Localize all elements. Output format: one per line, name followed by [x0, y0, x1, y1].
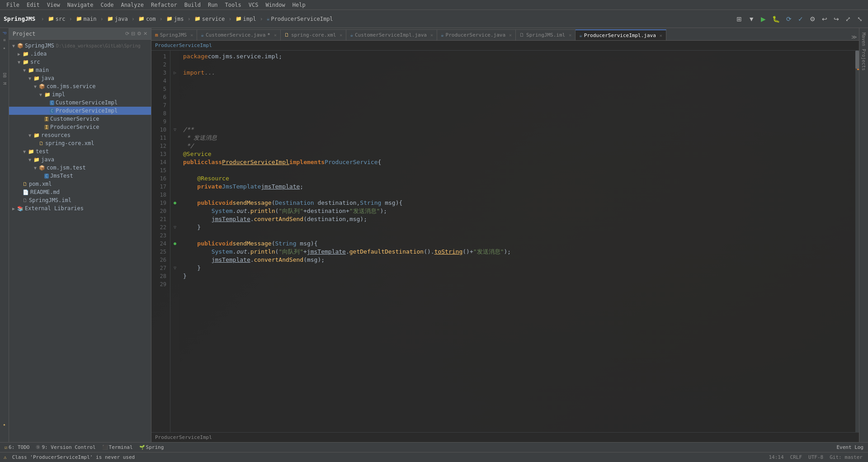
tree-item-src[interactable]: ▼ 📁 src: [9, 58, 151, 66]
menu-view[interactable]: View: [44, 1, 63, 9]
tree-item-resources[interactable]: ▼ 📁 resources: [9, 131, 151, 139]
tab-close-producerserviceimpl[interactable]: ✕: [660, 33, 662, 38]
toolbar-vcs-commit-btn[interactable]: ✓: [796, 14, 805, 24]
todo-button[interactable]: ☑ 6: TODO: [2, 443, 32, 451]
editor-scrollbar[interactable]: [855, 51, 859, 432]
breadcrumb-java[interactable]: 📁java: [107, 16, 128, 22]
breadcrumb-main[interactable]: 📁main: [76, 16, 97, 22]
toolbar-undo-btn[interactable]: ↩: [820, 14, 829, 24]
status-position[interactable]: 14:14: [767, 454, 785, 460]
menu-vcs[interactable]: VCS: [246, 1, 261, 9]
tree-item-package[interactable]: ▼ 📦 com.jms.service: [9, 82, 151, 90]
tree-item-main[interactable]: ▼ 📁 main: [9, 66, 151, 74]
toolbar-dropdown-btn[interactable]: ▼: [746, 14, 756, 24]
tab-springjmsiml[interactable]: 🗋 SpringJMS.iml ✕: [516, 29, 576, 40]
tab-close-springjms[interactable]: ✕: [190, 33, 193, 38]
tab-producerserviceimpl[interactable]: ☕ ProducerServiceImpl.java ✕: [576, 29, 666, 40]
gutter-run-19[interactable]: ●: [174, 199, 176, 207]
tree-item-springcorexml[interactable]: ▶ 🗋 spring-core.xml: [9, 139, 151, 147]
tab-springjms[interactable]: m SpringJMS ✕: [151, 29, 197, 40]
toolbar-vcs-update-btn[interactable]: ⟳: [784, 14, 793, 24]
tab-producerservice[interactable]: ☕ ProducerService.java ✕: [437, 29, 516, 40]
tree-item-test[interactable]: ▼ 📁 test: [9, 147, 151, 156]
toolbar-minimize-btn[interactable]: ⤡: [855, 14, 864, 24]
menu-edit[interactable]: Edit: [24, 1, 42, 9]
tree-item-jmstest[interactable]: ▶ C JmsTest: [9, 172, 151, 180]
toolbar-settings-btn[interactable]: ⚙: [808, 14, 817, 24]
terminal-button[interactable]: ⬛ Terminal: [99, 443, 136, 451]
tree-item-java[interactable]: ▼ 📁 java: [9, 74, 151, 82]
status-warning-text[interactable]: Class 'ProducerServiceImpl' is never use…: [10, 454, 137, 460]
toolbar-layout-btn[interactable]: ⊞: [735, 14, 744, 24]
tab-customerservice[interactable]: ☕ CustomerService.java * ✕: [197, 29, 281, 40]
toolbar-run-btn[interactable]: ▶: [759, 14, 768, 24]
tree-item-pomxml[interactable]: ▶ 🗋 pom.xml: [9, 180, 151, 188]
tab-customerserviceimpl[interactable]: ☕ CustomerServiceImpl.java ✕: [346, 29, 437, 40]
breadcrumb-jms[interactable]: 📁jms: [166, 16, 184, 22]
status-linesep[interactable]: CRLF: [788, 454, 804, 460]
menu-run[interactable]: Run: [205, 1, 221, 9]
tree-item-customerserviceimpl[interactable]: ▶ C CustomerServiceImpl: [9, 99, 151, 107]
breadcrumb-impl[interactable]: 📁impl: [236, 16, 256, 22]
spring-button[interactable]: 🌱 Spring: [137, 443, 167, 451]
menu-analyze[interactable]: Analyze: [118, 1, 146, 9]
status-encoding[interactable]: UTF-8: [807, 454, 825, 460]
maven-icon[interactable]: M: [1, 80, 8, 86]
gutter-run-24[interactable]: ●: [174, 240, 176, 248]
close-panel-btn[interactable]: ✕: [143, 31, 147, 37]
tree-item-idea[interactable]: ▶ 📁 .idea: [9, 50, 151, 58]
breadcrumb-com[interactable]: 📁com: [138, 16, 156, 22]
menu-code[interactable]: Code: [98, 1, 117, 9]
menu-navigate[interactable]: Navigate: [65, 1, 96, 9]
breadcrumb-src[interactable]: 📁src: [48, 16, 66, 22]
event-log-button[interactable]: Event Log: [834, 443, 866, 451]
tree-item-customerservice[interactable]: ▶ I CustomerService: [9, 115, 151, 123]
tab-close-springjmsiml[interactable]: ✕: [569, 33, 571, 38]
maven-projects-label[interactable]: Maven Projects: [860, 30, 867, 73]
version-control-button[interactable]: ⑨ 9: Version Control: [33, 443, 98, 451]
tab-close-customerserviceimpl[interactable]: ✕: [430, 33, 433, 38]
code-editor[interactable]: 1 2 3 4 5 6 7 8 9 10 11 12 13 14 15 16 1: [151, 51, 859, 432]
database-icon[interactable]: DB: [1, 71, 8, 80]
code-content[interactable]: package com.jms.service.impl; import ...…: [179, 51, 855, 432]
tree-item-springjmsiml[interactable]: ▶ 🗋 SpringJMS.iml: [9, 196, 151, 204]
toolbar-redo-btn[interactable]: ↪: [832, 14, 841, 24]
gutter-fold-3[interactable]: ▷: [174, 69, 176, 77]
menu-refactor[interactable]: Refactor: [148, 1, 180, 9]
menu-help[interactable]: Help: [290, 1, 308, 9]
main-layout: P ≡ ★ DB M ★ Project ⟳ ⊟ ⚙ ✕ ▼ 📦 SpringJ…: [0, 28, 868, 442]
settings-panel-btn[interactable]: ⚙: [137, 31, 142, 37]
menu-build[interactable]: Build: [182, 1, 203, 9]
tree-item-test-java[interactable]: ▼ 📁 java: [9, 156, 151, 164]
menu-window[interactable]: Window: [263, 1, 288, 9]
tab-close-customerservice[interactable]: ✕: [274, 33, 277, 38]
tab-close-producerservice[interactable]: ✕: [509, 33, 512, 38]
tree-item-readme[interactable]: ▶ 📄 README.md: [9, 188, 151, 196]
favorites-icon[interactable]: ★: [2, 44, 6, 52]
tree-item-producerserviceimpl[interactable]: ▶ C ProducerServiceImpl: [9, 107, 151, 115]
menu-file[interactable]: File: [4, 1, 22, 9]
sync-btn[interactable]: ⟳: [125, 31, 129, 37]
collapse-all-btn[interactable]: ⊟: [131, 31, 135, 37]
gutter-fold-22[interactable]: ▽: [174, 223, 176, 231]
tab-close-springcorexml[interactable]: ✕: [340, 33, 342, 38]
status-git-branch[interactable]: Git: master: [828, 454, 864, 460]
menu-tools[interactable]: Tools: [222, 1, 244, 9]
gutter-fold-27[interactable]: ▽: [174, 264, 176, 272]
tree-item-producerservice[interactable]: ▶ I ProducerService: [9, 123, 151, 131]
project-tab-icon[interactable]: P: [1, 30, 8, 36]
toolbar-debug-btn[interactable]: 🐛: [770, 14, 782, 24]
tree-item-testpackage[interactable]: ▼ 📦 com.jsm.test: [9, 164, 151, 172]
gutter-fold-10[interactable]: ▽: [174, 126, 176, 134]
tree-item-extlibs[interactable]: ▶ 📚 External Libraries: [9, 204, 151, 212]
breadcrumb-file[interactable]: ☕ProducerServiceImpl: [267, 16, 333, 22]
structure-tab-icon[interactable]: ≡: [1, 37, 8, 43]
tree-root-springjms[interactable]: ▼ 📦 SpringJMS D:\idea_workspace\GitLab\S…: [9, 42, 151, 50]
editor-breadcrumb: ProducerServiceImpl: [151, 41, 859, 51]
favorites-star-icon[interactable]: ★: [2, 420, 6, 429]
breadcrumb-service[interactable]: 📁service: [194, 16, 225, 22]
tree-item-impl-folder[interactable]: ▼ 📁 impl: [9, 90, 151, 99]
tab-springcorexml[interactable]: 🗋 spring-core.xml ✕: [281, 29, 346, 40]
tabs-overflow-btn[interactable]: ≫: [849, 34, 859, 40]
toolbar-maximize-btn[interactable]: ⤢: [844, 14, 853, 24]
